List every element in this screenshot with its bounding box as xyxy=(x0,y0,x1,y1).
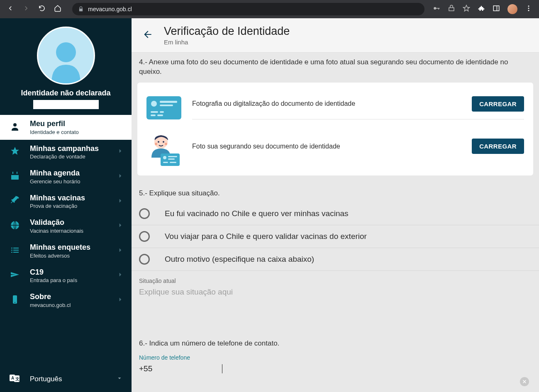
identity-bar xyxy=(33,100,99,109)
svg-rect-11 xyxy=(11,173,19,175)
phone-input[interactable] xyxy=(139,363,222,375)
svg-point-33 xyxy=(165,143,167,145)
page-subtitle: Em linha xyxy=(164,39,290,46)
home-icon[interactable] xyxy=(54,5,61,14)
sidebar-item-profile[interactable]: Meu perfil Identidade e contato xyxy=(0,115,132,140)
sidebar-item-label: Minhas enquetes xyxy=(30,243,107,252)
star-icon[interactable] xyxy=(463,5,470,14)
svg-point-30 xyxy=(158,141,159,143)
svg-point-31 xyxy=(163,141,164,143)
sidebar-item-sublabel: Identidade e contato xyxy=(30,129,124,135)
svg-point-16 xyxy=(15,302,15,303)
sidebar-item-sublabel: Vacinas internacionais xyxy=(30,228,107,234)
svg-rect-36 xyxy=(168,156,177,157)
chevron-right-icon xyxy=(117,296,124,305)
phone-icon xyxy=(10,295,20,306)
language-label: Português xyxy=(30,375,107,383)
page-title: Verificação de Identidade xyxy=(164,25,290,38)
upload-button-document[interactable]: CARREGAR xyxy=(472,96,524,112)
url-text: mevacuno.gob.cl xyxy=(88,6,132,12)
profile-block: Identidade não declarada xyxy=(0,18,132,115)
svg-rect-27 xyxy=(151,114,156,116)
svg-rect-24 xyxy=(160,105,173,106)
svg-rect-38 xyxy=(163,162,168,163)
section5-text: 5.- Explique sua situação. xyxy=(132,175,539,202)
sidebar-item-sublabel: Efeitos adversos xyxy=(30,253,107,259)
browser-chrome: mevacuno.gob.cl xyxy=(0,0,539,18)
sidebar-item-label: Minhas vacinas xyxy=(30,194,107,203)
id-card-icon xyxy=(146,93,181,123)
close-bubble-button[interactable] xyxy=(520,377,529,386)
radio-option-other[interactable]: Outro motivo (especifique na caixa abaix… xyxy=(132,248,539,271)
sidebar-item-sublabel: Entrada para o país xyxy=(30,277,107,283)
svg-text:文: 文 xyxy=(15,377,20,381)
sidebar-item-sublabel: Gerencie seu horário xyxy=(30,178,107,185)
language-selector[interactable]: A文 Português xyxy=(0,367,132,392)
upload-row-selfie: Foto sua segurando seu documento de iden… xyxy=(146,129,524,171)
svg-rect-39 xyxy=(170,162,176,163)
airplane-icon xyxy=(10,270,20,281)
svg-point-9 xyxy=(13,123,17,127)
sidebar-item-validation[interactable]: Validação Vacinas internacionais xyxy=(0,214,132,239)
svg-point-7 xyxy=(528,10,529,11)
identity-status: Identidade não declarada xyxy=(0,89,132,97)
svg-rect-28 xyxy=(157,114,163,116)
sidebar-item-agenda[interactable]: Minha agenda Gerencie seu horário xyxy=(0,164,132,189)
radio-option-vaccinated[interactable]: Eu fui vacinado no Chile e quero ver min… xyxy=(132,202,539,225)
sidebar-item-sublabel: Declaração de vontade xyxy=(30,153,107,160)
forward-icon[interactable] xyxy=(22,5,30,14)
svg-rect-23 xyxy=(160,101,177,103)
chevron-down-icon xyxy=(117,375,122,383)
upload-label: Fotografia ou digitalização do documento… xyxy=(192,100,355,107)
upload-button-selfie[interactable]: CARREGAR xyxy=(472,139,524,154)
radio-option-travel[interactable]: Vou viajar para o Chile e quero validar … xyxy=(132,225,539,248)
url-bar[interactable]: mevacuno.gob.cl xyxy=(72,3,424,15)
sidebar-item-about[interactable]: Sobre mevacuno.gob.cl xyxy=(0,288,132,313)
avatar-placeholder-icon xyxy=(37,27,95,85)
phone-field-label: Número de telefone xyxy=(132,353,539,363)
svg-rect-1 xyxy=(436,8,440,9)
key-icon[interactable] xyxy=(433,5,440,14)
situation-textarea[interactable] xyxy=(139,286,532,327)
sidebar-item-label: Minhas campanhas xyxy=(30,144,107,153)
extensions-icon[interactable] xyxy=(478,5,485,14)
user-icon xyxy=(10,122,20,133)
svg-rect-26 xyxy=(160,111,164,113)
svg-point-0 xyxy=(434,7,436,10)
radio-icon xyxy=(139,231,150,242)
svg-point-35 xyxy=(163,156,166,159)
reload-icon[interactable] xyxy=(38,5,46,14)
svg-rect-13 xyxy=(17,172,17,174)
main-content: Verificação de Identidade Em linha 4.- A… xyxy=(132,18,539,392)
chevron-right-icon xyxy=(117,147,124,156)
sidebar-item-label: Validação xyxy=(30,218,107,227)
sidebar-item-c19[interactable]: C19 Entrada para o país xyxy=(0,263,132,288)
page-header: Verificação de Identidade Em linha xyxy=(132,18,539,53)
menu-icon[interactable] xyxy=(525,5,532,14)
share-icon[interactable] xyxy=(448,5,455,14)
radio-label: Outro motivo (especifique na caixa abaix… xyxy=(165,255,314,264)
panel-icon[interactable] xyxy=(493,5,500,14)
radio-label: Eu fui vacinado no Chile e quero ver min… xyxy=(165,209,349,218)
situation-field-label: Situação atual xyxy=(132,271,539,286)
svg-rect-2 xyxy=(439,8,439,10)
back-arrow-button[interactable] xyxy=(142,29,153,41)
svg-point-5 xyxy=(528,5,529,7)
sidebar-item-campaigns[interactable]: Minhas campanhas Declaração de vontade xyxy=(0,140,132,165)
globe-icon xyxy=(10,220,20,232)
section6-text: 6.- Indica um número de telefone de cont… xyxy=(132,329,539,353)
sidebar-item-vaccines[interactable]: Minhas vacinas Prova de vacinação xyxy=(0,189,132,214)
back-icon[interactable] xyxy=(7,5,14,14)
chevron-right-icon xyxy=(117,222,124,231)
radio-label: Vou viajar para o Chile e quero validar … xyxy=(165,232,367,241)
profile-avatar-icon[interactable] xyxy=(507,4,517,14)
svg-point-8 xyxy=(56,42,76,62)
svg-rect-12 xyxy=(12,172,13,174)
sidebar-item-surveys[interactable]: Minhas enquetes Efeitos adversos xyxy=(0,239,132,263)
radio-icon xyxy=(139,208,150,219)
text-cursor xyxy=(222,364,222,373)
translate-icon: A文 xyxy=(10,374,20,385)
chevron-right-icon xyxy=(117,271,124,280)
svg-rect-3 xyxy=(493,6,499,11)
star-icon xyxy=(10,146,20,158)
